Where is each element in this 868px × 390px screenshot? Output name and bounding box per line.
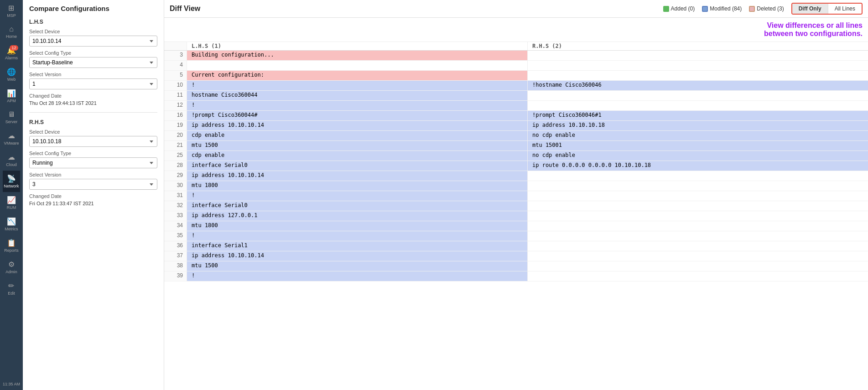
line-num: 21 (164, 141, 187, 151)
line-num: 16 (164, 111, 187, 120)
helper-text-area: View differences or all linesbetween two… (164, 18, 868, 42)
rhs-device-select[interactable]: 10.10.10.18 (29, 136, 157, 147)
sidebar-item-rum[interactable]: 📈RUM (3, 192, 20, 213)
line-num: 19 (164, 121, 187, 130)
home-label: Home (6, 34, 17, 39)
sidebar-item-network[interactable]: 📡Network (3, 171, 20, 192)
lhs-device-select[interactable]: 10.10.10.14 (29, 36, 157, 47)
rhs-cell: no cdp enable (528, 131, 868, 140)
lhs-cell: Current configuration: (187, 71, 528, 80)
line-num: 4 (164, 61, 187, 70)
all-lines-button[interactable]: All Lines (828, 4, 862, 14)
table-row: 11 hostname Cisco360044 (164, 91, 868, 101)
rum-icon: 📈 (7, 196, 16, 204)
table-row: 21 mtu 1500 mtu 15001 (164, 141, 868, 151)
sidebar-item-cloud[interactable]: ☁Cloud (3, 149, 20, 171)
table-row: 10 ! !hostname Cisco360046 (164, 81, 868, 91)
cloud-icon: ☁ (8, 153, 15, 161)
rhs-section-title: R.H.S (29, 119, 157, 125)
helper-text: View differences or all linesbetween two… (764, 21, 863, 37)
line-num: 34 (164, 221, 187, 231)
line-num: 5 (164, 71, 187, 80)
sidebar-item-alarms[interactable]: 🔔12Alarms (3, 42, 20, 64)
rhs-cell (528, 61, 868, 70)
line-num: 11 (164, 91, 187, 100)
sidebar-item-server[interactable]: 🖥Server (3, 107, 20, 128)
diff-only-button[interactable]: Diff Only (792, 4, 828, 14)
cloud-label: Cloud (6, 162, 17, 167)
table-row: 34 mtu 1800 (164, 221, 868, 231)
rhs-cell (528, 91, 868, 100)
table-row: 3 Building configuration... (164, 51, 868, 61)
diff-container[interactable]: L.H.S (1) R.H.S (2) 3 Building configura… (164, 42, 868, 390)
sidebar-item-metrics[interactable]: 📉Metrics (3, 213, 20, 235)
sidebar-item-apm[interactable]: 📊APM (3, 85, 20, 107)
sidebar-item-admin[interactable]: ⚙Admin (3, 256, 20, 278)
added-checkbox-icon (663, 6, 669, 12)
lhs-changed-date-value: Thu Oct 28 19:44:13 IST 2021 (29, 100, 157, 106)
legend-deleted-label: Deleted (3) (757, 5, 784, 12)
reports-label: Reports (4, 248, 19, 253)
lhs-changed-date-label: Changed Date (29, 93, 157, 99)
line-num: 10 (164, 81, 187, 90)
lhs-cell: mtu 1500 (187, 261, 528, 271)
table-row: 36 interface Serial1 (164, 241, 868, 251)
rhs-cell (528, 201, 868, 211)
sidebar-item-vmware[interactable]: ☁VMware (3, 128, 20, 149)
lhs-cell: mtu 1800 (187, 221, 528, 231)
table-row: 31 ! (164, 191, 868, 201)
rhs-cell (528, 251, 868, 261)
reports-icon: 📋 (7, 239, 16, 247)
line-num: 37 (164, 251, 187, 261)
view-toggle-group: Diff Only All Lines (791, 3, 863, 15)
line-num: 31 (164, 191, 187, 201)
rhs-cell: mtu 15001 (528, 141, 868, 151)
line-num: 32 (164, 201, 187, 211)
lhs-version-label: Select Version (29, 72, 157, 77)
rhs-version-label: Select Version (29, 172, 157, 177)
rhs-cell (528, 191, 868, 201)
modified-checkbox-icon (702, 6, 708, 12)
lhs-version-select[interactable]: 1 (29, 78, 157, 89)
rhs-cell: ip route 0.0.0.0 0.0.0.0 10.10.10.18 (528, 161, 868, 171)
rhs-version-select[interactable]: 3 (29, 179, 157, 190)
legend-deleted: Deleted (3) (749, 5, 784, 12)
table-row: 29 ip address 10.10.10.14 (164, 171, 868, 181)
lhs-cell: mtu 1500 (187, 141, 528, 151)
lhs-cell: ip address 10.10.10.14 (187, 171, 528, 181)
lhs-cell: ! (187, 231, 528, 241)
lhs-config-select[interactable]: Startup-Baseline (29, 57, 157, 68)
sidebar-item-msp[interactable]: ⊞MSP (3, 0, 20, 21)
rhs-cell: !hostname Cisco360046 (528, 81, 868, 90)
sidebar-item-web[interactable]: 🌐Web (3, 64, 20, 85)
rhs-config-label: Select Config Type (29, 151, 157, 156)
lhs-cell: !prompt Cisco360044# (187, 111, 528, 120)
rhs-cell: !prompt Cisco360046#1 (528, 111, 868, 120)
rhs-config-select[interactable]: Running (29, 157, 157, 168)
lhs-config-label: Select Config Type (29, 50, 157, 56)
table-row: 38 mtu 1500 (164, 261, 868, 271)
table-row: 32 interface Serial0 (164, 201, 868, 211)
panel-divider (29, 112, 157, 113)
main-area: Diff View Added (0) Modified (84) Delete… (164, 0, 868, 390)
lhs-cell: cdp enable (187, 131, 528, 140)
legend-added: Added (0) (663, 5, 695, 12)
sidebar-item-reports[interactable]: 📋Reports (3, 235, 20, 256)
lhs-cell: ip address 127.0.0.1 (187, 211, 528, 221)
table-row: 12 ! (164, 101, 868, 111)
sidebar-item-edit[interactable]: ✏Edit (3, 278, 20, 299)
legend-added-label: Added (0) (671, 5, 695, 12)
alarms-badge: 12 (10, 45, 18, 51)
lhs-cell: interface Serial0 (187, 201, 528, 211)
legend-modified-label: Modified (84) (710, 5, 742, 12)
line-num: 39 (164, 271, 187, 281)
network-icon: 📡 (7, 174, 16, 183)
sidebar-item-home[interactable]: ⌂Home (3, 21, 20, 42)
rhs-cell (528, 221, 868, 231)
line-num: 12 (164, 101, 187, 110)
table-row: 28 interface Serial0 ip route 0.0.0.0 0.… (164, 161, 868, 171)
rhs-cell (528, 231, 868, 241)
msp-icon: ⊞ (8, 4, 14, 12)
lhs-cell: ip address 10.10.10.14 (187, 251, 528, 261)
table-row: 16 !prompt Cisco360044# !prompt Cisco360… (164, 111, 868, 121)
